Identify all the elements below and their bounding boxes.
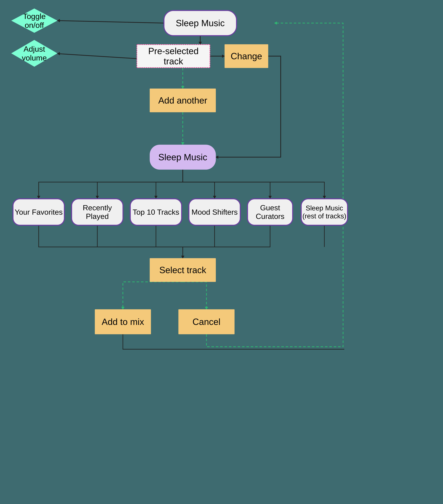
sleep-rest-label: Sleep Music (rest of tracks) — [302, 204, 347, 220]
add-to-mix-node[interactable]: Add to mix — [95, 309, 151, 334]
preselected-label: Pre-selected track — [137, 46, 210, 66]
preselected-track-node: Pre-selected track — [137, 44, 210, 68]
your-favorites-node[interactable]: Your Favorites — [13, 198, 65, 226]
svg-marker-5 — [57, 19, 60, 22]
svg-marker-23 — [274, 21, 277, 25]
add-to-mix-label: Add to mix — [102, 317, 144, 327]
change-node: Change — [224, 44, 268, 68]
mood-shifters-label: Mood Shifters — [191, 208, 238, 216]
select-track-label: Select track — [159, 265, 206, 275]
add-another-label: Add another — [158, 95, 207, 106]
top-10-label: Top 10 Tracks — [133, 208, 179, 216]
svg-line-4 — [57, 20, 164, 23]
guest-curators-node[interactable]: Guest Curators — [247, 198, 293, 226]
sleep-music-top-node: Sleep Music — [164, 10, 237, 36]
sleep-music-top-label: Sleep Music — [176, 18, 225, 28]
adjust-volume-label: Adjust volume — [11, 40, 57, 67]
svg-marker-10 — [215, 156, 218, 159]
flowchart: Sleep Music Toggle on/off Pre-selected t… — [0, 0, 443, 504]
change-label: Change — [231, 51, 262, 61]
sleep-music-mid-node: Sleep Music — [150, 145, 216, 170]
mood-shifters-node[interactable]: Mood Shifters — [188, 198, 241, 226]
top-10-tracks-node[interactable]: Top 10 Tracks — [130, 198, 182, 226]
add-another-node[interactable]: Add another — [150, 89, 216, 112]
cancel-node[interactable]: Cancel — [178, 309, 235, 334]
recently-played-label: Recently Played — [72, 203, 123, 221]
sleep-music-mid-label: Sleep Music — [158, 152, 207, 162]
toggle-label: Toggle on/off — [11, 8, 57, 33]
svg-marker-6 — [57, 52, 60, 55]
guest-curators-label: Guest Curators — [248, 203, 292, 221]
adjust-volume-node: Adjust volume — [11, 40, 57, 67]
recently-played-node[interactable]: Recently Played — [71, 198, 124, 226]
sleep-rest-node[interactable]: Sleep Music (rest of tracks) — [301, 198, 348, 226]
arrows-svg — [0, 0, 443, 504]
toggle-node: Toggle on/off — [11, 8, 57, 33]
your-favorites-label: Your Favorites — [15, 208, 63, 216]
cancel-label: Cancel — [192, 317, 221, 327]
select-track-node[interactable]: Select track — [150, 258, 216, 282]
